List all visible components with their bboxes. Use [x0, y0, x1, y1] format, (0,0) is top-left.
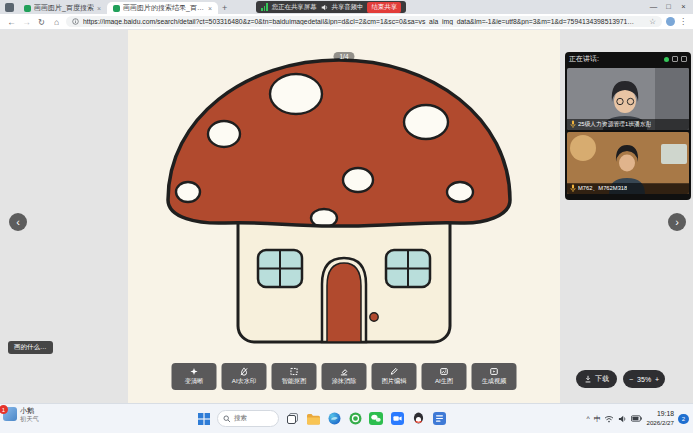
screen: 画画图片_百度搜索 × 画画图片的搜索结果_百度图片搜… × + 您正在共享屏幕…	[0, 0, 693, 433]
zoom-in-icon[interactable]: +	[655, 376, 659, 383]
participant-name-bar: M762、M762M318	[567, 183, 689, 194]
clock[interactable]: 19:18 2026/2/27	[646, 410, 674, 426]
stop-share-button[interactable]: 结束共享	[367, 2, 401, 13]
task-view-button[interactable]	[284, 411, 300, 427]
edge-icon	[328, 412, 341, 425]
time-label: 19:18	[657, 410, 674, 418]
download-label: 下载	[595, 374, 609, 384]
docs-app-button[interactable]	[431, 411, 447, 427]
tool-smudge-erase-button[interactable]: 涂抹消除	[322, 363, 367, 390]
profile-avatar[interactable]	[666, 17, 675, 26]
address-bar[interactable]: https://image.baidu.com/search/detail?ct…	[66, 16, 662, 27]
layout-icon[interactable]	[672, 56, 678, 62]
zoom-control: − 35% +	[623, 370, 665, 388]
taskbar: 1 小鹅 初天气 搜索	[0, 403, 693, 433]
meeting-header: 正在讲话:	[567, 52, 689, 66]
participant-name: 25级人力资源管理1班潘东彤	[578, 120, 651, 129]
site-info-icon[interactable]	[72, 18, 79, 25]
tab-close-icon[interactable]: ×	[208, 5, 212, 12]
audio-label: 共享音频中	[332, 3, 364, 12]
bookmark-star-icon[interactable]: ☆	[649, 17, 656, 26]
image-viewer-canvas: 1/4 变清晰 AI去水印 智能抠图 涂抹消除	[128, 30, 560, 403]
windows-icon	[198, 413, 210, 425]
edge-browser-button[interactable]	[326, 411, 342, 427]
download-button[interactable]: 下载	[576, 370, 617, 388]
participant-name: M762、M762M318	[578, 184, 627, 193]
wechat-icon	[369, 412, 383, 425]
taskbar-search[interactable]: 搜索	[217, 410, 279, 427]
search-placeholder: 搜索	[234, 414, 247, 423]
browser-360-button[interactable]	[347, 411, 363, 427]
tool-label: 图片编辑	[382, 377, 407, 386]
tab-close-icon[interactable]: ×	[97, 5, 101, 12]
battery-icon[interactable]	[631, 415, 642, 422]
zoom-level: 35%	[637, 376, 651, 383]
screen-share-bar: 您正在共享屏幕 共享音频中 结束共享	[256, 1, 406, 13]
participant-video-1[interactable]: 25级人力资源管理1班潘东彤	[567, 68, 689, 130]
tool-label: 智能抠图	[282, 377, 307, 386]
home-icon[interactable]: ⌂	[51, 17, 62, 27]
taskbar-center: 搜索	[196, 404, 447, 433]
close-icon[interactable]: ×	[676, 2, 691, 11]
tab-baidu-search[interactable]: 画画图片_百度搜索 ×	[18, 2, 107, 14]
back-icon[interactable]: ←	[6, 17, 17, 27]
tool-label: 涂抹消除	[332, 377, 357, 386]
search-icon	[223, 415, 231, 423]
participant-video-2[interactable]: M762、M762M318	[567, 132, 689, 194]
start-button[interactable]	[196, 411, 212, 427]
unread-badge: 1	[0, 405, 8, 414]
image-counter-badge: 1/4	[333, 52, 354, 61]
window-left	[258, 250, 302, 287]
prev-image-button[interactable]: ‹	[9, 213, 27, 231]
maximize-icon[interactable]: □	[661, 2, 676, 11]
volume-icon[interactable]	[618, 415, 627, 423]
file-explorer-button[interactable]	[305, 411, 321, 427]
chat-contact-name: 小鹅	[20, 407, 39, 415]
browser-logo-icon	[5, 3, 14, 12]
tool-label: AI去水印	[232, 377, 256, 386]
notification-badge[interactable]: 2	[678, 414, 689, 424]
signal-icon	[261, 3, 268, 11]
window-controls: — □ ×	[646, 0, 691, 13]
tab-title: 画画图片_百度搜索	[34, 3, 94, 13]
tray-chevron-icon[interactable]: ^	[586, 415, 589, 422]
meeting-panel: 正在讲话: 25级人	[565, 52, 691, 200]
date-label: 2026/2/27	[646, 419, 674, 427]
download-icon	[584, 375, 592, 383]
tool-image-edit-button[interactable]: 图片编辑	[372, 363, 417, 390]
speaking-label: 正在讲话:	[569, 54, 599, 64]
minimize-icon[interactable]: —	[646, 2, 661, 11]
wechat-button[interactable]	[368, 411, 384, 427]
next-image-button[interactable]: ›	[668, 213, 686, 231]
tab-title: 画画图片的搜索结果_百度图片搜…	[123, 3, 205, 13]
forward-icon[interactable]: →	[21, 17, 32, 27]
image-tools-bar: 变清晰 AI去水印 智能抠图 涂抹消除 图片编辑	[172, 363, 517, 390]
mic-icon	[570, 120, 576, 129]
wifi-icon[interactable]	[604, 415, 614, 423]
green-browser-icon	[349, 412, 362, 425]
tab-baidu-image-detail[interactable]: 画画图片的搜索结果_百度图片搜… ×	[107, 2, 218, 14]
browser-menu-icon[interactable]: ⋮	[679, 17, 687, 26]
new-tab-button[interactable]: +	[218, 2, 231, 14]
qq-button[interactable]	[410, 411, 426, 427]
window-right	[386, 250, 430, 287]
task-view-icon	[286, 412, 299, 425]
eraser-icon	[340, 367, 349, 376]
zoom-out-icon[interactable]: −	[629, 376, 633, 383]
baidu-favicon-icon	[113, 5, 120, 12]
tool-remove-watermark-button[interactable]: AI去水印	[222, 363, 267, 390]
baidu-favicon-icon	[24, 5, 31, 12]
meeting-app-button[interactable]	[389, 411, 405, 427]
reload-icon[interactable]: ↻	[36, 17, 47, 27]
qq-icon	[412, 412, 425, 425]
tool-label: 变清晰	[185, 377, 204, 386]
tool-smart-cutout-button[interactable]: 智能抠图	[272, 363, 317, 390]
tool-generate-video-button[interactable]: 生成视频	[472, 363, 517, 390]
expand-icon[interactable]	[681, 56, 687, 62]
language-indicator[interactable]: 中	[594, 414, 601, 424]
tool-ai-generate-button[interactable]: AI生图	[422, 363, 467, 390]
chat-notification-widget[interactable]: 1 小鹅 初天气	[3, 407, 39, 423]
comment-bubble: 画的什么…	[8, 341, 53, 354]
tool-enhance-button[interactable]: 变清晰	[172, 363, 217, 390]
enhance-icon	[190, 367, 199, 376]
